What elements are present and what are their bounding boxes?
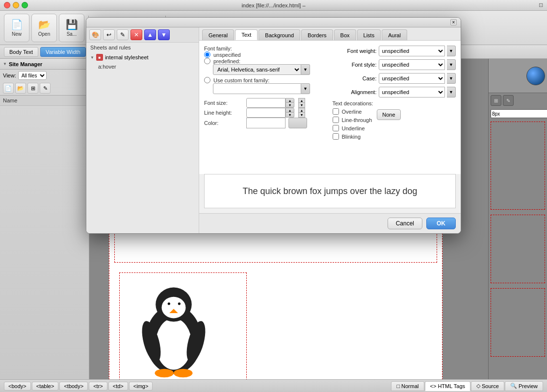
tab-box[interactable]: Box [334,29,356,40]
dlg-color-btn[interactable]: 🎨 [89,29,101,40]
form-col-right: Font weight: unspecified ▼ Font style: [333,46,456,140]
tab-lists-label: Lists [364,32,375,38]
font-size-row: Font size: ▲ ▼ ▲ [204,98,328,108]
a-hover-item[interactable]: a:hover [86,62,199,71]
color-input[interactable] [246,118,286,128]
sheet-expand-icon: ▼ [90,55,94,60]
dialog-right-panel: General Text Background Borders Box [199,27,461,233]
dialog-left-panel: 🎨 ↩ ✎ ✕ ▲ ▼ Sheets and rules ▼ ■ interna… [86,27,199,233]
tab-borders[interactable]: Borders [301,29,333,40]
font-style-arrow[interactable]: ▼ [447,59,456,70]
custom-font-input[interactable] [213,83,301,94]
tab-lists[interactable]: Lists [357,29,381,40]
dlg-edit-btn[interactable]: ✎ [117,29,129,40]
tab-background-label: Background [265,32,294,38]
custom-font-input-container: ▼ [213,83,310,94]
case-select[interactable]: unspecified [379,73,445,84]
color-picker-button[interactable] [288,118,307,128]
font-weight-label: Font weight: [333,48,377,54]
dialog-titlebar: × [86,18,461,27]
none-btn-area: None [377,108,400,140]
line-height-down[interactable]: ▼ [286,113,294,118]
cancel-button[interactable]: Cancel [388,218,422,229]
underline-row: Underline [333,125,372,131]
dialog-close-button[interactable]: × [450,19,457,25]
predefined-font-row: Arial, Helvetica, sans-serif ▼ [213,64,328,75]
text-decorations-section: Text decorations: Overline [333,100,456,140]
none-button[interactable]: None [377,109,400,120]
radio-custom[interactable] [204,77,210,83]
blinking-checkbox[interactable] [333,133,339,140]
tab-general-label: General [208,32,228,38]
font-family-label-row: Font family: [204,46,328,51]
a-hover-label: a:hover [98,64,116,70]
underline-checkbox[interactable] [333,125,339,131]
dlg-up-btn[interactable]: ▲ [144,29,156,40]
alignment-row: Alignment: unspecified ▼ [333,87,456,98]
case-label: Case: [333,75,377,81]
font-style-select[interactable]: unspecified [379,59,445,70]
deco-checkboxes: Overline Line-through Unde [333,108,372,140]
radio-predefined-row: predefined: [204,58,328,64]
font-style-row: Font style: unspecified ▼ [333,59,456,70]
tab-background[interactable]: Background [259,29,300,40]
font-style-label: Font style: [333,62,377,68]
font-size-down[interactable]: ▼ [286,103,294,108]
blinking-label: Blinking [342,134,361,140]
line-height-extra-up[interactable]: ▲ [298,108,305,113]
line-height-spinner: ▲ ▼ [246,108,294,118]
line-height-row: Line height: ▲ ▼ ▲ [204,108,328,118]
case-row: Case: unspecified ▼ [333,73,456,84]
font-size-extra-up[interactable]: ▲ [298,98,305,103]
font-size-extra-down[interactable]: ▼ [298,103,305,108]
dialog-body: 🎨 ↩ ✎ ✕ ▲ ▼ Sheets and rules ▼ ■ interna… [86,27,461,233]
color-label: Color: [204,120,243,126]
blinking-row: Blinking [333,133,372,140]
dlg-down-btn[interactable]: ▼ [158,29,170,40]
stylesheet-icon: ■ [96,54,103,61]
text-deco-rows: Overline Line-through Unde [333,108,456,140]
internal-stylesheet-label: internal stylesheet [105,54,149,60]
predefined-font-select[interactable]: Arial, Helvetica, sans-serif [213,64,301,75]
internal-stylesheet-item[interactable]: ▼ ■ internal stylesheet [86,52,199,62]
preview-box: The quick brown fox jumps over the lazy … [204,174,456,208]
line-height-up[interactable]: ▲ [286,108,294,113]
tab-aural[interactable]: Aural [382,29,407,40]
predefined-font-select-container: Arial, Helvetica, sans-serif ▼ [213,64,310,75]
tab-aural-label: Aural [388,32,401,38]
tab-text-label: Text [241,32,251,38]
line-height-extra-down[interactable]: ▼ [298,113,305,118]
font-size-spinner-btns: ▲ ▼ [286,98,294,108]
overline-checkbox[interactable] [333,108,339,115]
form-two-col: Font family: unspecified predefined: [204,46,456,140]
dlg-delete-btn[interactable]: ✕ [130,29,142,40]
alignment-select[interactable]: unspecified [379,87,445,98]
dialog-overlay: × 🎨 ↩ ✎ ✕ ▲ ▼ Sheets and rules ▼ ■ inter… [0,0,547,392]
radio-unspecified-label: unspecified [213,52,241,58]
radio-predefined[interactable] [204,58,210,64]
tab-box-label: Box [340,32,350,38]
font-weight-row: Font weight: unspecified ▼ [333,46,456,56]
custom-font-arrow[interactable]: ▼ [301,83,310,94]
css-dialog: × 🎨 ↩ ✎ ✕ ▲ ▼ Sheets and rules ▼ ■ inter… [86,17,461,234]
sheets-header: Sheets and rules [86,43,199,52]
font-weight-select[interactable]: unspecified [379,46,445,56]
alignment-label: Alignment: [333,89,377,95]
line-through-checkbox[interactable] [333,117,339,123]
dialog-left-toolbar: 🎨 ↩ ✎ ✕ ▲ ▼ [86,27,199,43]
ok-button[interactable]: OK [426,218,456,229]
tab-general[interactable]: General [202,29,234,40]
font-weight-arrow[interactable]: ▼ [447,46,456,56]
predefined-font-arrow[interactable]: ▼ [301,64,310,75]
font-size-input[interactable] [246,98,286,108]
color-row: Color: [204,118,328,128]
case-arrow[interactable]: ▼ [447,73,456,84]
line-height-input[interactable] [246,108,286,118]
dlg-refresh-btn[interactable]: ↩ [103,29,115,40]
font-size-up[interactable]: ▲ [286,98,294,103]
form-col-left: Font family: unspecified predefined: [204,46,328,140]
dialog-footer: Cancel OK [199,213,461,233]
alignment-arrow[interactable]: ▼ [447,87,456,98]
tab-text[interactable]: Text [235,29,258,40]
radio-unspecified[interactable] [204,51,210,58]
